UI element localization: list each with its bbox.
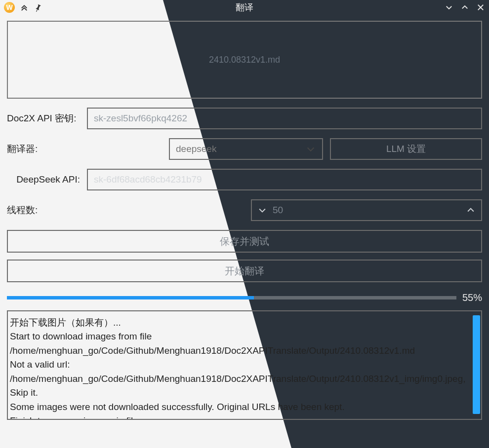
- doc2x-api-label: Doc2X API 密钥:: [7, 112, 82, 125]
- llm-settings-button[interactable]: LLM 设置: [330, 138, 482, 160]
- content-area: 2410.08312v1.md Doc2X API 密钥: sk-zesl5bv…: [0, 15, 489, 420]
- translator-controls: deepseek LLM 设置: [87, 138, 482, 160]
- progress-row: 55%: [7, 292, 482, 303]
- threads-value: 50: [273, 205, 283, 216]
- translator-select[interactable]: deepseek: [169, 138, 323, 160]
- file-display-box[interactable]: 2410.08312v1.md: [7, 21, 482, 99]
- row-deepseek-api: DeepSeek API: sk-6df68acd68cb4231b79: [7, 169, 482, 190]
- start-translate-label: 开始翻译: [225, 264, 264, 278]
- save-and-test-button[interactable]: 保存并测试: [7, 230, 482, 253]
- progress-fill: [7, 296, 254, 299]
- threads-spinner[interactable]: 50: [251, 199, 482, 221]
- chevron-down-icon: [305, 144, 316, 154]
- row-threads: 线程数: 50: [7, 199, 482, 221]
- doc2x-api-value: sk-zesl5bvf66pkq4262: [94, 113, 187, 124]
- start-translate-button[interactable]: 开始翻译: [7, 260, 482, 282]
- deepseek-api-input[interactable]: sk-6df68acd68cb4231b79: [87, 169, 482, 190]
- threads-increment-icon[interactable]: [461, 200, 480, 220]
- log-scrollbar-thumb[interactable]: [473, 315, 480, 414]
- deepseek-api-label: DeepSeek API:: [7, 174, 82, 185]
- titlebar: W 翻译: [0, 0, 489, 15]
- threads-label: 线程数:: [7, 204, 82, 217]
- app-icon[interactable]: W: [4, 2, 15, 13]
- log-line: Not a valid url: /home/menghuan_go/Code/…: [10, 358, 472, 400]
- maximize-icon[interactable]: [460, 3, 469, 12]
- log-partial-top-line: ……: [10, 310, 472, 316]
- log-line: Finish to process images in file /home/m…: [10, 414, 472, 420]
- log-line: Start to download images from file /home…: [10, 330, 472, 358]
- window-title: 翻译: [0, 1, 489, 13]
- translator-label: 翻译器:: [7, 143, 82, 155]
- doc2x-api-input[interactable]: sk-zesl5bvf66pkq4262: [87, 108, 482, 129]
- titlebar-left-icons: W: [4, 2, 42, 13]
- progress-bar: [7, 296, 456, 299]
- minimize-icon[interactable]: [445, 3, 453, 12]
- log-line: 开始下载图片（如果有）...: [10, 316, 472, 330]
- close-icon[interactable]: [476, 3, 485, 12]
- titlebar-right-icons: [445, 3, 485, 12]
- threads-decrement-icon[interactable]: [253, 200, 272, 220]
- collapse-up-icon[interactable]: [20, 3, 29, 12]
- progress-percent-label: 55%: [462, 292, 482, 303]
- save-and-test-label: 保存并测试: [220, 235, 269, 248]
- log-output[interactable]: …… 开始下载图片（如果有）... Start to download imag…: [7, 310, 482, 420]
- pin-icon[interactable]: [34, 3, 42, 12]
- deepseek-api-value: sk-6df68acd68cb4231b79: [94, 174, 202, 185]
- llm-settings-label: LLM 设置: [386, 143, 426, 155]
- row-translator: 翻译器: deepseek LLM 设置: [7, 138, 482, 160]
- translator-selected-value: deepseek: [176, 144, 216, 154]
- app-icon-letter: W: [6, 3, 12, 11]
- row-doc2x-api: Doc2X API 密钥: sk-zesl5bvf66pkq4262: [7, 108, 482, 129]
- log-line: Some images were not downloaded successf…: [10, 400, 472, 414]
- file-display-filename: 2410.08312v1.md: [209, 55, 280, 65]
